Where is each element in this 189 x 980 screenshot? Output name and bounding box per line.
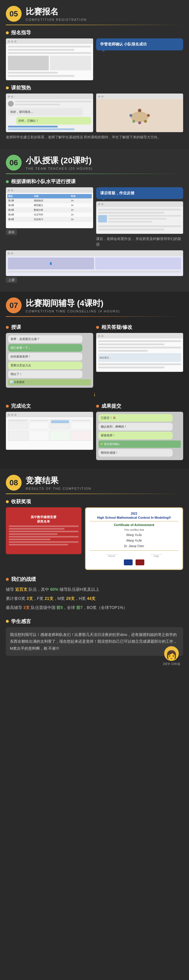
col-submit-07: 成果提交 已提交！🎉 确认收到，棒棒的！ 谢谢老师！ ✅ 提交成功确认 期待好成… [96,399,183,460]
bullet-award-text: 收获奖项 [11,498,31,505]
bullet-qa-07-text: 相关答疑/修改 [101,324,132,331]
teaching-layout: 课次内容时长 第1课基础知识2h 第2课模型建立2h 第3课数据分析2h 第4课… [6,187,183,247]
section-num-08: 08 [6,475,22,491]
bullet-teaching-07-text: 授课 [11,324,21,331]
chat-left-3: 明白了！ [8,371,82,378]
chat-bubble-left: 你好，请问报名... [8,108,83,116]
schedule-screenshot: 课次内容时长 第1课基础知识2h 第2课模型建立2h 第3课数据分析2h 第4课… [6,187,93,228]
svg-point-6 [138,121,141,124]
qa-screenshot-07: 修改建议... [96,333,183,372]
cert-subtitle: Certificate of Achievement [90,523,178,527]
divider-07 [6,316,183,317]
battle-stats: 辅导 近百支 队伍，其中 60% 辅导队伍获H奖及以上 累计拿O奖 3支，F奖 … [6,585,183,612]
svg-point-4 [132,120,135,123]
callout-registration-text: 学管老师确认 小队报名成功 [100,41,180,48]
class-bottom-col: 👤 上课 [6,250,183,283]
section-06: 06 小队授课 (20课时) THE TEAM TEACHES (20 HOUR… [0,149,189,291]
preview-screenshot-left: 你好，请问报名... 好的，已确认！ [6,94,93,132]
section-05-header: 05 比赛报名 COMPETITION REGISTRATION [6,6,183,22]
class-bottom-screenshot: 👤 [6,250,183,276]
bullet-submit-07-text: 成果提交 [101,402,121,409]
svg-point-3 [147,114,150,117]
bullet-paper-07-text: 完成论文 [11,402,31,409]
submit-chat-3: 谢谢老师！ [98,432,173,439]
submit-confirm: ✅ 提交成功确认 [98,441,181,448]
avatar-label: 2班学 10年级 [163,662,180,666]
section-07-titles: 比赛期间辅导 (4课时) COMPETITION TIME COUNSELLIN… [26,298,120,313]
battle-stat-2: 累计拿O奖 3支，F奖 21支，M奖 29支，H奖 44支 [6,594,183,603]
section-07-title: 比赛期间辅导 (4课时) [26,298,120,309]
label-table: 课表 [6,229,17,235]
bullet-dot-submit-07 [96,405,99,408]
bullet-teaching-07: 授课 [6,324,93,331]
col-qa-07: 相关答疑/修改 修改建议... [96,320,183,388]
caption-06: 课后，老师会布置作业， 并在群里及时解答同学们的疑惑 [96,236,183,247]
bullet-dot-qa-07 [96,326,99,329]
bullet-dot-paper-07 [6,405,9,408]
svg-point-5 [144,120,147,123]
caption-05: 老师和学生建立初步联系，老师了解学生基础情况 和对课程的期待，学生了解接下来的辅… [6,135,183,140]
callout-homework: 课后答疑，作业反馈 [96,187,183,199]
divider-05 [6,25,183,25]
cert-sig-2: _________ Judge [150,552,162,557]
bullet-dot-battle [6,578,9,581]
submit-chat-4: 期待好成绩！ [98,449,173,457]
section-06-subtitle: THE TEAM TEACHES (20 HOURS) [26,167,93,170]
section-num-06: 06 [6,155,22,170]
section-05-titles: 比赛报名 COMPETITION REGISTRATION [26,6,87,21]
bullet-dot-teaching-07 [6,326,9,329]
divider-08 [6,493,183,494]
student-comment-wrapper: 我没想到我可以！感谢老师和队友们！比赛那几天没日没夜的狂肝dino，还有接踵到姐… [6,627,183,665]
callout-homework-text: 课后答疑，作业反馈 [100,191,134,195]
section-07-subtitle: COMPETITION TIME COUNSELLING (4 HOURS) [26,309,120,313]
section-08-header: 08 竞赛结果 RESULTS OF THE COMPETITION [6,475,183,491]
preview-screenshots: 你好，请问报名... 好的，已确认！ [6,94,183,132]
avatar-person-icon: 👩 [165,651,177,660]
comment-box: 我没想到我可以！感谢老师和队友们！比赛那几天没日没夜的狂肝dino，还有接踵到姐… [6,627,183,656]
red-book-lines [9,525,79,547]
award-layout: 高中数学建模竞赛获奖名单 2022 High School Mathematic… [6,507,183,570]
battle-stat-3: 最高辅导 3支 队伍晋级中国 前5，全球 前7，BO奖（全球TOP1%） [6,603,183,612]
red-book-title: 高中数学建模竞赛获奖名单 [31,515,57,524]
cert-sig-1: _________ Director [106,552,118,557]
bullet-dot-registration [6,31,9,34]
class-col: 课后答疑，作业反馈 [96,187,183,247]
section-07-top: 授课 老师，这道题怎么做？ 我们来看一下... 好的谢谢老师！ 需要注意这几点 … [6,320,183,388]
schedule-col: 课次内容时长 第1课基础知识2h 第2课模型建立2h 第3课数据分析2h 第4课… [6,187,93,235]
section-num-07: 07 [6,298,22,313]
section-05: 05 比赛报名 COMPETITION REGISTRATION 报名指导 [0,0,189,149]
chat-left-1: 老师，这道题怎么做？ [8,335,82,343]
chat-green-1: 我们来看一下... [8,344,82,352]
section-06-header: 06 小队授课 (20课时) THE TEAM TEACHES (20 HOUR… [6,155,183,170]
certificate: 2022 High School Mathematical Contest In… [85,507,183,570]
battle-stat-1: 辅导 近百支 队伍，其中 60% 辅导队伍获H奖及以上 [6,585,183,594]
cert-body-text: This certifies that Wang YuJiu Wang YuJi… [90,528,178,549]
registration-screenshot [6,38,93,80]
svg-point-2 [129,114,132,117]
section-07: 07 比赛期间辅导 (4课时) COMPETITION TIME COUNSEL… [0,291,189,469]
section-08: 08 竞赛结果 RESULTS OF THE COMPETITION 收获奖项 … [0,469,189,673]
submit-chat-1: 已提交！🎉 [98,414,173,422]
bullet-label-registration: 报名指导 [11,29,31,36]
avatar-circle: 👩 [164,646,179,661]
bullet-teaching-text: 根据课纲和小队水平进行授课 [11,178,76,185]
cert-logo-1 [124,560,132,565]
chat-bubble-right: 好的，已确认！ [16,117,91,124]
section-08-title: 竞赛结果 [26,475,91,486]
cert-logo-2 [135,560,144,565]
bullet-award: 收获奖项 [6,498,183,505]
submit-chat-2: 确认收到，棒棒的！ [98,423,173,431]
divider-06 [6,173,183,174]
bullet-qa-07: 相关答疑/修改 [96,324,183,331]
arrow-07: ↓ [6,391,183,398]
bullet-registration: 报名指导 [6,29,183,36]
submit-chat-07: 已提交！🎉 确认收到，棒棒的！ 谢谢老师！ ✅ 提交成功确认 期待好成绩！ [96,412,183,460]
bullet-paper-07: 完成论文 [6,402,93,409]
section-num-05: 05 [6,6,22,22]
bullet-dot-preview [6,86,9,89]
bullet-student: 学生感言 [6,618,183,625]
chat-image-placeholder: 📊 分析图表 [8,379,91,385]
schedule-table: 课次内容时长 第1课基础知识2h 第2课模型建立2h 第3课数据分析2h 第4课… [7,194,92,222]
section-08-titles: 竞赛结果 RESULTS OF THE COMPETITION [26,475,91,490]
section-07-header: 07 比赛期间辅导 (4课时) COMPETITION TIME COUNSEL… [6,298,183,313]
